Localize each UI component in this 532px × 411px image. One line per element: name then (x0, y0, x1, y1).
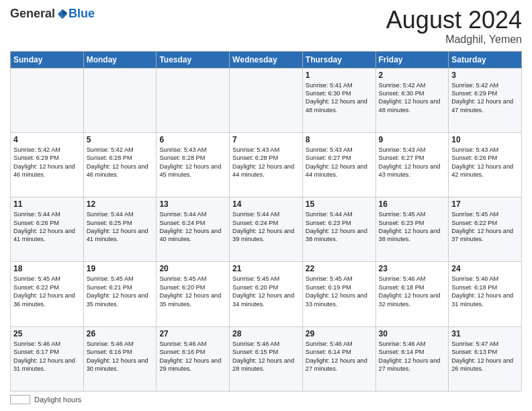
calendar-cell: 29Sunrise: 5:46 AM Sunset: 6:14 PM Dayli… (302, 326, 375, 391)
day-info: Sunrise: 5:42 AM Sunset: 6:30 PM Dayligh… (379, 81, 446, 115)
day-info: Sunrise: 5:42 AM Sunset: 6:29 PM Dayligh… (13, 146, 81, 179)
calendar-cell: 9Sunrise: 5:43 AM Sunset: 6:27 PM Daylig… (375, 132, 449, 197)
calendar-cell: 31Sunrise: 5:47 AM Sunset: 6:13 PM Dayli… (449, 326, 522, 391)
calendar-cell: 14Sunrise: 5:44 AM Sunset: 6:24 PM Dayli… (230, 197, 303, 262)
day-info: Sunrise: 5:46 AM Sunset: 6:15 PM Dayligh… (232, 340, 300, 373)
calendar-cell (157, 68, 230, 132)
day-info: Sunrise: 5:47 AM Sunset: 6:13 PM Dayligh… (451, 340, 519, 373)
day-info: Sunrise: 5:44 AM Sunset: 6:26 PM Dayligh… (13, 210, 81, 244)
calendar-week-row: 25Sunrise: 5:46 AM Sunset: 6:17 PM Dayli… (11, 326, 522, 391)
day-number: 3 (451, 71, 519, 80)
calendar-cell: 3Sunrise: 5:42 AM Sunset: 6:29 PM Daylig… (449, 68, 522, 132)
calendar-cell: 7Sunrise: 5:43 AM Sunset: 6:28 PM Daylig… (230, 132, 303, 197)
calendar-cell (11, 68, 84, 132)
day-number: 31 (451, 329, 519, 338)
calendar-cell (230, 68, 303, 132)
calendar-cell: 30Sunrise: 5:46 AM Sunset: 6:14 PM Dayli… (375, 326, 449, 391)
calendar-cell: 24Sunrise: 5:46 AM Sunset: 6:18 PM Dayli… (449, 262, 522, 326)
day-number: 30 (379, 329, 446, 338)
day-number: 1 (306, 71, 373, 80)
day-info: Sunrise: 5:45 AM Sunset: 6:20 PM Dayligh… (232, 275, 300, 308)
day-info: Sunrise: 5:46 AM Sunset: 6:18 PM Dayligh… (451, 275, 519, 308)
calendar-cell: 4Sunrise: 5:42 AM Sunset: 6:29 PM Daylig… (11, 132, 84, 197)
day-info: Sunrise: 5:46 AM Sunset: 6:14 PM Dayligh… (379, 340, 446, 373)
day-number: 7 (232, 135, 300, 144)
calendar-cell: 10Sunrise: 5:43 AM Sunset: 6:26 PM Dayli… (449, 132, 522, 197)
calendar-cell: 19Sunrise: 5:45 AM Sunset: 6:21 PM Dayli… (83, 262, 157, 326)
day-number: 5 (87, 135, 154, 144)
logo-icon (56, 8, 69, 20)
day-number: 4 (13, 135, 81, 144)
day-number: 19 (87, 264, 154, 273)
day-number: 20 (159, 264, 226, 273)
day-number: 26 (87, 329, 154, 338)
day-of-week-header: Friday (375, 51, 449, 68)
day-info: Sunrise: 5:43 AM Sunset: 6:26 PM Dayligh… (451, 146, 519, 179)
day-info: Sunrise: 5:44 AM Sunset: 6:24 PM Dayligh… (232, 210, 300, 244)
calendar-cell: 12Sunrise: 5:44 AM Sunset: 6:25 PM Dayli… (83, 197, 157, 262)
calendar-cell: 23Sunrise: 5:46 AM Sunset: 6:18 PM Dayli… (375, 262, 449, 326)
calendar-cell: 8Sunrise: 5:43 AM Sunset: 6:27 PM Daylig… (302, 132, 375, 197)
title-block: August 2024 Madghil, Yemen (386, 7, 522, 46)
calendar-cell (83, 68, 157, 132)
day-number: 17 (451, 199, 519, 209)
calendar-week-row: 11Sunrise: 5:44 AM Sunset: 6:26 PM Dayli… (11, 197, 522, 262)
day-number: 9 (379, 135, 446, 144)
day-of-week-header: Monday (83, 51, 157, 68)
calendar-cell: 21Sunrise: 5:45 AM Sunset: 6:20 PM Dayli… (230, 262, 303, 326)
day-number: 10 (451, 135, 519, 144)
month-title: August 2024 (386, 7, 522, 34)
day-number: 6 (159, 135, 226, 144)
calendar-week-row: 1Sunrise: 5:41 AM Sunset: 6:30 PM Daylig… (11, 68, 522, 132)
day-info: Sunrise: 5:43 AM Sunset: 6:27 PM Dayligh… (306, 146, 373, 179)
day-number: 16 (379, 199, 446, 209)
day-info: Sunrise: 5:45 AM Sunset: 6:21 PM Dayligh… (87, 275, 154, 308)
day-info: Sunrise: 5:43 AM Sunset: 6:27 PM Dayligh… (379, 146, 446, 179)
day-info: Sunrise: 5:46 AM Sunset: 6:17 PM Dayligh… (13, 340, 81, 373)
day-info: Sunrise: 5:44 AM Sunset: 6:25 PM Dayligh… (87, 210, 154, 244)
day-of-week-header: Sunday (11, 51, 84, 68)
logo-general-text: General (10, 7, 55, 21)
day-of-week-header: Saturday (449, 51, 522, 68)
calendar-cell: 15Sunrise: 5:44 AM Sunset: 6:23 PM Dayli… (302, 197, 375, 262)
day-info: Sunrise: 5:45 AM Sunset: 6:19 PM Dayligh… (306, 275, 373, 308)
day-info: Sunrise: 5:43 AM Sunset: 6:28 PM Dayligh… (159, 146, 226, 179)
day-number: 18 (13, 264, 81, 273)
calendar-cell: 28Sunrise: 5:46 AM Sunset: 6:15 PM Dayli… (230, 326, 303, 391)
day-number: 12 (87, 199, 154, 209)
footer: Daylight hours (10, 395, 522, 404)
calendar-table: SundayMondayTuesdayWednesdayThursdayFrid… (10, 51, 522, 392)
calendar-cell: 27Sunrise: 5:46 AM Sunset: 6:16 PM Dayli… (157, 326, 230, 391)
day-number: 8 (306, 135, 373, 144)
day-info: Sunrise: 5:46 AM Sunset: 6:16 PM Dayligh… (87, 340, 154, 373)
legend-box (10, 395, 30, 404)
day-of-week-header: Thursday (302, 51, 375, 68)
day-number: 11 (13, 199, 81, 209)
day-info: Sunrise: 5:46 AM Sunset: 6:14 PM Dayligh… (306, 340, 373, 373)
day-info: Sunrise: 5:44 AM Sunset: 6:24 PM Dayligh… (159, 210, 226, 244)
calendar-week-row: 4Sunrise: 5:42 AM Sunset: 6:29 PM Daylig… (11, 132, 522, 197)
day-of-week-header: Wednesday (230, 51, 303, 68)
day-info: Sunrise: 5:42 AM Sunset: 6:29 PM Dayligh… (451, 81, 519, 115)
day-number: 15 (306, 199, 373, 209)
calendar-cell: 20Sunrise: 5:45 AM Sunset: 6:20 PM Dayli… (157, 262, 230, 326)
day-number: 28 (232, 329, 300, 338)
day-info: Sunrise: 5:45 AM Sunset: 6:20 PM Dayligh… (159, 275, 226, 308)
calendar-cell: 22Sunrise: 5:45 AM Sunset: 6:19 PM Dayli… (302, 262, 375, 326)
day-number: 13 (159, 199, 226, 209)
calendar-cell: 6Sunrise: 5:43 AM Sunset: 6:28 PM Daylig… (157, 132, 230, 197)
location-title: Madghil, Yemen (386, 34, 522, 46)
calendar-cell: 13Sunrise: 5:44 AM Sunset: 6:24 PM Dayli… (157, 197, 230, 262)
day-number: 23 (379, 264, 446, 273)
calendar-cell: 1Sunrise: 5:41 AM Sunset: 6:30 PM Daylig… (302, 68, 375, 132)
day-number: 25 (13, 329, 81, 338)
calendar-cell: 26Sunrise: 5:46 AM Sunset: 6:16 PM Dayli… (83, 326, 157, 391)
calendar-week-row: 18Sunrise: 5:45 AM Sunset: 6:22 PM Dayli… (11, 262, 522, 326)
day-number: 21 (232, 264, 300, 273)
legend-label: Daylight hours (34, 396, 81, 404)
day-info: Sunrise: 5:44 AM Sunset: 6:23 PM Dayligh… (306, 210, 373, 244)
day-info: Sunrise: 5:45 AM Sunset: 6:23 PM Dayligh… (379, 210, 446, 244)
day-info: Sunrise: 5:43 AM Sunset: 6:28 PM Dayligh… (232, 146, 300, 179)
day-number: 22 (306, 264, 373, 273)
day-info: Sunrise: 5:45 AM Sunset: 6:22 PM Dayligh… (13, 275, 81, 308)
